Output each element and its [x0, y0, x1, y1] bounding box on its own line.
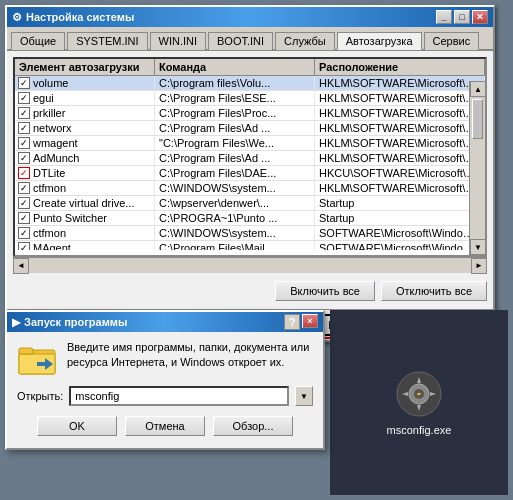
- run-dialog: ▶ Запуск программы ? × Введите и: [5, 310, 325, 450]
- cell-loc-6: HKCU\SOFTWARE\Microsoft\Windows\CurrentV…: [315, 166, 485, 180]
- run-input-field[interactable]: [69, 386, 289, 406]
- tab-services[interactable]: Службы: [275, 32, 335, 50]
- main-window-icon: ⚙: [12, 11, 22, 24]
- run-buttons: OK Отмена Обзор...: [17, 412, 313, 440]
- scroll-right-button[interactable]: ►: [471, 258, 487, 274]
- svg-rect-2: [19, 348, 33, 354]
- table-row[interactable]: prkiller C:\Program Files\Proc... HKLM\S…: [15, 106, 485, 121]
- run-icon: [17, 340, 57, 380]
- content-area: Элемент автозагрузки Команда Расположени…: [7, 51, 493, 309]
- run-title-bar: ▶ Запуск программы ? ×: [7, 312, 323, 332]
- table-row[interactable]: DTLite C:\Program Files\DAE... HKCU\SOFT…: [15, 166, 485, 181]
- checkbox-9[interactable]: [18, 212, 30, 224]
- cell-name-10: ctfmon: [15, 226, 155, 240]
- cell-cmd-5: C:\Program Files\Ad ...: [155, 151, 315, 165]
- cell-cmd-3: C:\Program Files\Ad ...: [155, 121, 315, 135]
- help-button-run[interactable]: ?: [284, 314, 300, 330]
- cell-cmd-6: C:\Program Files\DAE...: [155, 166, 315, 180]
- table-row[interactable]: networx C:\Program Files\Ad ... HKLM\SOF…: [15, 121, 485, 136]
- table-row[interactable]: Create virtual drive... C:\wpserver\denw…: [15, 196, 485, 211]
- exe-label: msconfig.exe: [387, 424, 452, 436]
- run-dropdown-button[interactable]: ▼: [295, 386, 313, 406]
- row-name-11: MAgent: [33, 242, 71, 250]
- cell-cmd-0: C:\program files\Volu...: [155, 76, 315, 90]
- tab-boot-ini[interactable]: BOOT.INI: [208, 32, 273, 50]
- row-name-9: Punto Switcher: [33, 212, 107, 224]
- table-header: Элемент автозагрузки Команда Расположени…: [15, 59, 485, 76]
- scroll-down-button[interactable]: ▼: [470, 239, 486, 255]
- cell-cmd-8: C:\wpserver\denwer\...: [155, 196, 315, 210]
- checkbox-5[interactable]: [18, 152, 30, 164]
- tab-system-ini[interactable]: SYSTEM.INI: [67, 32, 147, 50]
- table-row[interactable]: Punto Switcher C:\PROGRA~1\Punto ... Sta…: [15, 211, 485, 226]
- checkbox-11[interactable]: [18, 242, 30, 250]
- run-ok-button[interactable]: OK: [37, 416, 117, 436]
- tabs-container: Общие SYSTEM.INI WIN.INI BOOT.INI Службы…: [7, 27, 493, 51]
- msconfig-exe-icon: [394, 369, 444, 419]
- table-row[interactable]: egui C:\Program Files\ESE... HKLM\SOFTWA…: [15, 91, 485, 106]
- cell-name-6: DTLite: [15, 166, 155, 180]
- checkbox-0[interactable]: [18, 77, 30, 89]
- tab-service[interactable]: Сервис: [424, 32, 480, 50]
- checkbox-6[interactable]: [18, 167, 30, 179]
- h-scroll-track[interactable]: [29, 259, 471, 273]
- run-cancel-button[interactable]: Отмена: [125, 416, 205, 436]
- table-row[interactable]: ctfmon C:\WINDOWS\system... HKLM\SOFTWAR…: [15, 181, 485, 196]
- cell-loc-0: HKLM\SOFTWARE\Microsoft\Windows\CurrentV…: [315, 76, 485, 90]
- cell-loc-11: SOFTWARE\Microsoft\Windows\CurrentVersio…: [315, 241, 485, 250]
- vertical-scrollbar[interactable]: ▲ ▼: [469, 81, 485, 255]
- cell-name-0: volume: [15, 76, 155, 90]
- table-row[interactable]: wmagent "C:\Program Files\We... HKLM\SOF…: [15, 136, 485, 151]
- tab-win-ini[interactable]: WIN.INI: [150, 32, 207, 50]
- run-close-button[interactable]: ×: [302, 314, 318, 328]
- minimize-button[interactable]: _: [436, 10, 452, 24]
- horizontal-scrollbar[interactable]: ◄ ►: [13, 257, 487, 273]
- cell-loc-2: HKLM\SOFTWARE\Microsoft\Windows\CurrentV…: [315, 106, 485, 120]
- scroll-up-button[interactable]: ▲: [470, 81, 486, 97]
- row-name-4: wmagent: [33, 137, 78, 149]
- cell-name-7: ctfmon: [15, 181, 155, 195]
- scroll-track[interactable]: [470, 97, 485, 239]
- maximize-button[interactable]: □: [454, 10, 470, 24]
- enable-disable-row: Включить все Отключить все: [13, 279, 487, 303]
- row-name-1: egui: [33, 92, 54, 104]
- run-browse-button[interactable]: Обзор...: [213, 416, 293, 436]
- cell-name-5: AdMunch: [15, 151, 155, 165]
- cell-cmd-2: C:\Program Files\Proc...: [155, 106, 315, 120]
- checkbox-1[interactable]: [18, 92, 30, 104]
- main-window-title: Настройка системы: [26, 11, 134, 23]
- table-row[interactable]: volume C:\program files\Volu... HKLM\SOF…: [15, 76, 485, 91]
- cell-loc-1: HKLM\SOFTWARE\Microsoft\Windows\CurrentV…: [315, 91, 485, 105]
- main-title-bar: ⚙ Настройка системы _ □ ✕: [7, 7, 493, 27]
- col-element: Элемент автозагрузки: [15, 59, 155, 75]
- main-window: ⚙ Настройка системы _ □ ✕ Общие SYSTEM.I…: [5, 5, 495, 342]
- tab-general[interactable]: Общие: [11, 32, 65, 50]
- checkbox-4[interactable]: [18, 137, 30, 149]
- run-header: Введите имя программы, папки, документа …: [17, 340, 313, 380]
- cell-name-8: Create virtual drive...: [15, 196, 155, 210]
- checkbox-2[interactable]: [18, 107, 30, 119]
- cell-cmd-1: C:\Program Files\ESE...: [155, 91, 315, 105]
- run-content: Введите имя программы, папки, документа …: [7, 332, 323, 448]
- tab-autostart[interactable]: Автозагрузка: [337, 32, 422, 50]
- table-row[interactable]: MAgent C:\Program Files\Mail... SOFTWARE…: [15, 241, 485, 250]
- close-button[interactable]: ✕: [472, 10, 488, 24]
- disable-all-button[interactable]: Отключить все: [381, 281, 487, 301]
- scroll-thumb[interactable]: [472, 99, 483, 139]
- run-input-row: Открыть: ▼: [17, 386, 313, 406]
- cell-name-4: wmagent: [15, 136, 155, 150]
- checkbox-8[interactable]: [18, 197, 30, 209]
- cell-name-11: MAgent: [15, 241, 155, 250]
- cell-loc-7: HKLM\SOFTWARE\Microsoft\Windows\CurrentV…: [315, 181, 485, 195]
- table-row[interactable]: ctfmon C:\WINDOWS\system... SOFTWARE\Mic…: [15, 226, 485, 241]
- cell-cmd-10: C:\WINDOWS\system...: [155, 226, 315, 240]
- checkbox-3[interactable]: [18, 122, 30, 134]
- cell-name-9: Punto Switcher: [15, 211, 155, 225]
- row-name-5: AdMunch: [33, 152, 79, 164]
- enable-all-button[interactable]: Включить все: [275, 281, 375, 301]
- run-description: Введите имя программы, папки, документа …: [67, 340, 313, 371]
- checkbox-10[interactable]: [18, 227, 30, 239]
- scroll-left-button[interactable]: ◄: [13, 258, 29, 274]
- table-row[interactable]: AdMunch C:\Program Files\Ad ... HKLM\SOF…: [15, 151, 485, 166]
- checkbox-7[interactable]: [18, 182, 30, 194]
